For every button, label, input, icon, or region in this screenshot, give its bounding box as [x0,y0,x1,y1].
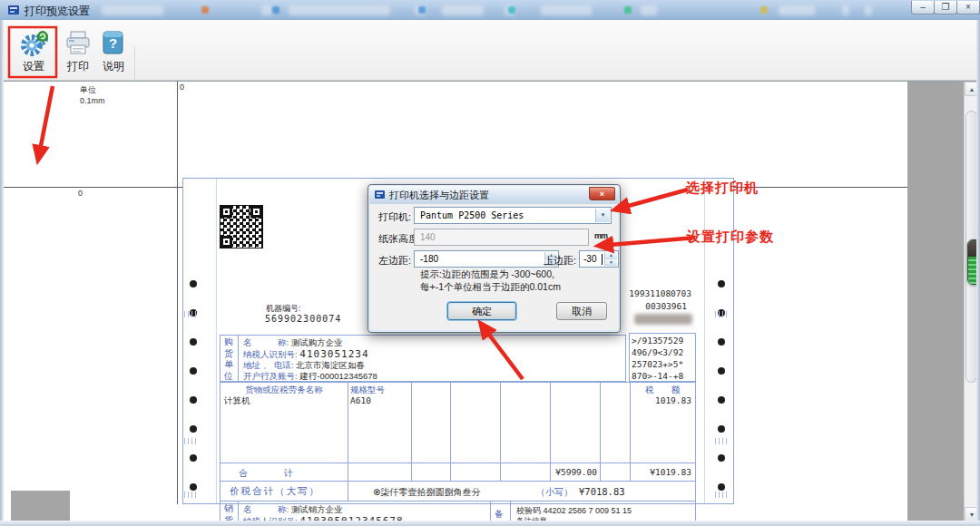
window-frame-left [0,20,4,526]
blurred-tab-icon [418,6,426,14]
password-line: 257023+>5* [632,358,695,370]
printer-value: Pantum P2500 Series [420,210,524,220]
cancel-button[interactable]: 取消 [556,302,607,320]
item-tax: 1019.83 [630,395,691,405]
help-button[interactable]: ? 说明 [94,29,132,74]
perforation-tick [715,492,727,498]
perforation-dot [190,483,197,491]
perforation-tick [184,311,196,317]
ruler-zero-left: 0 [78,189,83,198]
grand-total-label: 价税合计（大写） [230,485,320,498]
paper-height-input[interactable]: 140 [414,229,589,246]
perforation-dot [190,425,197,433]
perforation-dot [718,425,725,433]
minimize-button[interactable]: – [911,1,935,15]
blurred-tab [641,5,657,15]
perforation-dot [718,396,725,404]
settings-button[interactable]: 设置 [11,29,56,74]
blurred-tab [289,5,390,15]
perforation-dot [718,367,725,375]
paper-unit-label: mm [594,231,607,240]
close-button[interactable]: × [956,1,980,15]
blurred-tab-icon [508,6,515,14]
buyer-side-label: 购货单位 [223,336,234,382]
combo-dropdown-arrow[interactable]: ▼ [595,209,610,222]
top-margin-spinner[interactable]: ▲▼ [604,252,617,266]
text-caret [602,254,603,265]
blurred-background-tabs [0,0,980,20]
dialog-icon [375,190,386,200]
perforation-dot [190,367,197,375]
perforation-dot [718,338,725,346]
top-margin-spinbox[interactable]: -30 ▲▼ [579,250,619,268]
blurred-tab-icon [624,6,632,14]
printer-label: 打印机: [378,210,411,224]
app-window: 打印预览设置 – ❐ × 设置 打印 [0,0,980,526]
printer-combobox[interactable]: Pantum P2500 Series ▼ [414,207,612,224]
canvas-gray-corner [11,491,70,521]
top-margin-value: -30 [583,254,596,264]
window-frame-right [976,20,980,526]
perforation-dot [718,483,725,491]
paper-height-value: 140 [420,232,436,242]
grand-total-row: 价税合计（大写） ⊗柒仟零壹拾捌圆捌角叁分 （小写） ¥7018.83 [220,482,696,502]
perforation-tick [715,311,727,317]
svg-text:?: ? [109,35,117,51]
goods-table: 货物或应税劳务名称 规格型号 税 额 计算机 A610 1019.83 合 计 … [220,382,696,482]
left-margin-label: 左边距: [378,254,411,268]
buyer-box: 购货单位 名 称: 测试购方企业 纳税人识别号: 4103051234 地址 、… [220,335,626,382]
item-name: 计算机 [224,395,250,407]
print-label: 打印 [58,59,98,74]
window-frame-bottom [0,521,980,526]
small-label: （小写） [536,486,573,499]
blurred-tab [779,5,815,15]
help-question-icon: ? [102,31,125,55]
blurred-tab [102,5,163,15]
ruler-unit-label: 单位0.1mm [80,84,105,105]
top-margin-label: 上边距: [544,254,576,268]
maximize-button[interactable]: ❐ [934,1,957,15]
toolbar: 设置 打印 ? 说明 [0,20,980,81]
ok-button[interactable]: 确定 [447,302,516,320]
perforation-dot [190,280,197,287]
password-line: 496/9<3/92 [632,346,695,358]
password-line: >/91357529 [632,335,695,346]
ruler-zero-top: 0 [180,83,184,92]
perforation-line-right [704,179,705,503]
total-tax: ¥1019.83 [630,467,691,477]
blurred-tab-icon [760,6,768,14]
title-bar: 打印预览设置 – ❐ × [0,0,980,21]
perforation-dot [190,338,197,346]
left-margin-value: -180 [420,254,438,264]
machine-no-value: 569902300074 [265,314,341,324]
blurred-tab-icon [201,6,209,14]
printer-icon [65,31,91,56]
blurred-tab [842,5,849,15]
total-label: 合 计 [239,467,293,480]
annotation-select-printer: 选择打印机 [686,180,759,197]
grand-total-numeric: ¥7018.83 [579,486,625,497]
dialog-title-bar[interactable]: 打印机选择与边距设置 [369,186,619,204]
perforation-dot [718,280,725,287]
perforation-line-left [216,179,217,503]
help-label: 说明 [94,59,132,74]
canvas-gray-area [907,82,964,521]
dialog-close-button[interactable]: × [589,187,615,200]
qr-code [220,206,262,248]
perforation-tick [715,438,727,444]
perforation-dot [190,396,197,404]
grand-total-capital: ⊗柒仟零壹拾捌圆捌角叁分 [373,486,480,499]
left-margin-spinbox[interactable]: -180 ▲▼ [414,250,559,268]
blurred-tab [442,5,484,15]
total-amount: ¥5999.00 [550,467,597,477]
settings-gear-icon [20,29,49,58]
blurred-tab [865,5,872,15]
perforation-tick [184,492,196,498]
password-area-box: >/91357529 496/9<3/92 257023+>5* 870>-14… [629,333,696,382]
perforation-dot [190,454,197,462]
printer-margin-dialog: 打印机选择与边距设置 × 打印机: Pantum P2500 Series ▼ … [368,184,621,333]
margin-hint-line1: 提示:边距的范围是为 -300~600, [420,268,554,281]
item-spec: A610 [350,395,371,405]
print-button[interactable]: 打印 [58,29,98,74]
perforation-dot [718,454,725,462]
